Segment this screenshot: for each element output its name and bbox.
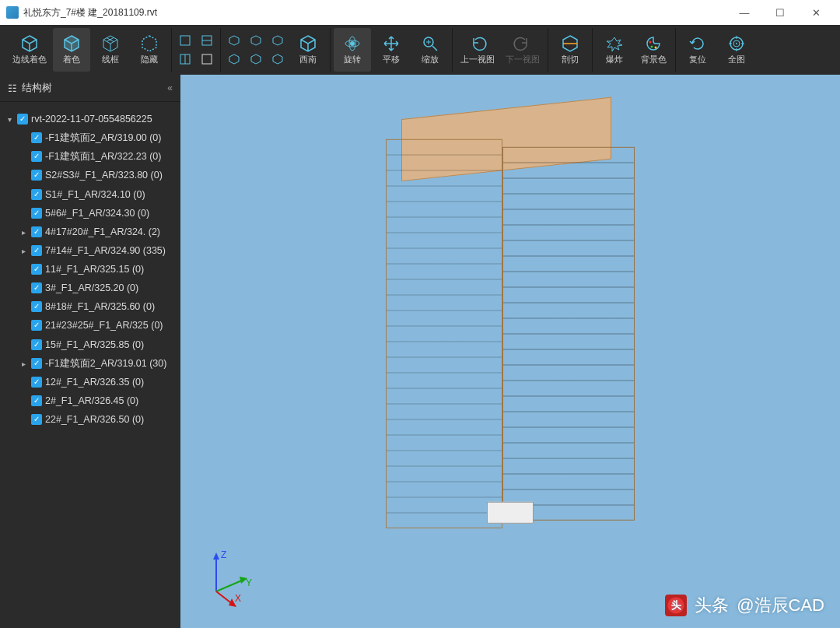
checkbox[interactable] — [31, 320, 42, 331]
tree-node[interactable]: 2#_F1_AR/326.45 (0) — [17, 391, 176, 410]
view-icon — [178, 33, 192, 47]
shade-edges-button[interactable]: 边线着色 — [8, 28, 51, 72]
label: 平移 — [383, 54, 400, 65]
wireframe-button[interactable]: 线框 — [92, 28, 129, 72]
building-model[interactable] — [386, 107, 635, 528]
expand-icon[interactable]: ▾ — [5, 112, 14, 126]
tree-node[interactable]: ▸-F1建筑面2_AR/319.01 (30) — [17, 354, 176, 373]
zoom-button[interactable]: 缩放 — [411, 28, 449, 72]
hide-button[interactable]: 隐藏 — [131, 28, 168, 72]
structure-tree[interactable]: ▾ rvt-2022-11-07-0554856225 -F1建筑面2_AR/3… — [0, 102, 180, 628]
southwest-button[interactable]: 西南 — [289, 28, 327, 72]
view-top-button[interactable] — [175, 32, 195, 49]
explode-button[interactable]: 爆炸 — [596, 28, 633, 72]
tree-node[interactable]: -F1建筑面1_AR/322.23 (0) — [17, 147, 176, 166]
tree-node[interactable]: ▸4#17#20#_F1_AR/324. (2) — [17, 223, 176, 241]
sidebar: ☷ 结构树 « ▾ rvt-2022-11-07-0554856225 -F1建… — [0, 75, 180, 628]
tree-node[interactable]: 21#23#25#_F1_AR/325 (0) — [17, 316, 176, 335]
expand-icon[interactable] — [19, 188, 28, 190]
view-front-button[interactable] — [197, 32, 217, 49]
iso-6-button[interactable] — [268, 51, 288, 68]
expand-icon[interactable] — [19, 338, 28, 340]
node-label: 5#6#_F1_AR/324.30 (0) — [45, 206, 174, 220]
view-right-button[interactable] — [197, 51, 217, 68]
minimize-button[interactable]: — — [726, 0, 762, 25]
expand-icon[interactable] — [19, 262, 28, 265]
label: 剖切 — [562, 54, 579, 65]
pan-button[interactable]: 平移 — [373, 28, 410, 72]
tree-node[interactable]: 11#_F1_AR/325.15 (0) — [17, 260, 176, 279]
tree-node[interactable]: ▸7#14#_F1_AR/324.90 (335) — [17, 241, 176, 260]
iso-nw-button[interactable] — [246, 32, 266, 49]
svg-point-14 — [649, 40, 652, 43]
checkbox[interactable] — [31, 301, 42, 312]
fit-all-button[interactable]: 全图 — [718, 28, 755, 72]
expand-icon[interactable]: ▸ — [19, 244, 28, 258]
viewport-3d[interactable]: Z Y X 头 头条 @浩辰CAD — [180, 75, 840, 628]
section-button[interactable]: 剖切 — [551, 28, 589, 72]
view-icon — [200, 33, 214, 47]
fit-icon — [728, 35, 745, 52]
checkbox[interactable] — [31, 208, 42, 219]
collapse-sidebar-button[interactable]: « — [167, 82, 173, 93]
expand-icon[interactable] — [19, 412, 28, 415]
next-view-button[interactable]: 下一视图 — [501, 28, 544, 72]
checkbox[interactable] — [31, 339, 42, 350]
tree-node[interactable]: 3#_F1_AR/325.20 (0) — [17, 279, 176, 297]
checkbox[interactable] — [17, 114, 28, 125]
node-label: 15#_F1_AR/325.85 (0) — [45, 338, 174, 352]
expand-icon[interactable] — [19, 131, 28, 133]
tree-node[interactable]: 8#18#_F1_AR/325.60 (0) — [17, 297, 176, 316]
expand-icon[interactable]: ▸ — [19, 225, 28, 239]
label: 爆炸 — [606, 54, 623, 65]
checkbox[interactable] — [31, 264, 42, 275]
maximize-button[interactable]: ☐ — [762, 0, 798, 25]
iso-5-button[interactable] — [246, 51, 266, 68]
shade-button[interactable]: 着色 — [53, 28, 90, 72]
explode-icon — [606, 35, 623, 52]
svg-point-16 — [655, 46, 657, 48]
tree-node[interactable]: S1#_F1_AR/324.10 (0) — [17, 185, 176, 204]
tree-node[interactable]: 22#_F1_AR/326.50 (0) — [17, 410, 176, 429]
tree-node[interactable]: 15#_F1_AR/325.85 (0) — [17, 335, 176, 354]
checkbox[interactable] — [31, 282, 42, 293]
expand-icon[interactable] — [19, 206, 28, 209]
rotate-button[interactable]: 旋转 — [334, 28, 371, 72]
node-label: 4#17#20#_F1_AR/324. (2) — [45, 225, 174, 239]
iso-ne-button[interactable] — [224, 32, 244, 49]
cube-edges-icon — [21, 35, 38, 52]
expand-icon[interactable] — [19, 318, 28, 321]
checkbox[interactable] — [31, 245, 42, 256]
axis-gizmo[interactable]: Z Y X — [201, 549, 263, 614]
checkbox[interactable] — [31, 151, 42, 162]
view-left-button[interactable] — [175, 51, 195, 68]
close-button[interactable]: ✕ — [798, 0, 834, 25]
iso-sw-button[interactable] — [224, 51, 244, 68]
expand-icon[interactable] — [19, 281, 28, 283]
checkbox[interactable] — [31, 132, 42, 143]
checkbox[interactable] — [31, 377, 42, 388]
expand-icon[interactable]: ▸ — [19, 356, 28, 370]
checkbox[interactable] — [31, 395, 42, 406]
tree-root[interactable]: ▾ rvt-2022-11-07-0554856225 — [3, 110, 176, 128]
expand-icon[interactable] — [19, 300, 28, 302]
prev-view-button[interactable]: 上一视图 — [456, 28, 499, 72]
tree-node[interactable]: -F1建筑面2_AR/319.00 (0) — [17, 128, 176, 147]
checkbox[interactable] — [31, 226, 42, 237]
tree-node[interactable]: 5#6#_F1_AR/324.30 (0) — [17, 204, 176, 223]
reset-button[interactable]: 复位 — [679, 28, 716, 72]
checkbox[interactable] — [31, 358, 42, 369]
checkbox[interactable] — [31, 170, 42, 181]
bgcolor-button[interactable]: 背景色 — [635, 28, 672, 72]
expand-icon[interactable] — [19, 149, 28, 152]
expand-icon[interactable] — [19, 168, 28, 170]
expand-icon[interactable] — [19, 394, 28, 396]
tree-node[interactable]: S2#S3#_F1_AR/323.80 (0) — [17, 166, 176, 184]
label: 下一视图 — [506, 54, 540, 65]
tree-node[interactable]: 12#_F1_AR/326.35 (0) — [17, 373, 176, 391]
checkbox[interactable] — [31, 414, 42, 425]
checkbox[interactable] — [31, 189, 42, 200]
expand-icon[interactable] — [19, 375, 28, 377]
iso-se-button[interactable] — [268, 32, 288, 49]
iso-icon — [227, 52, 241, 66]
